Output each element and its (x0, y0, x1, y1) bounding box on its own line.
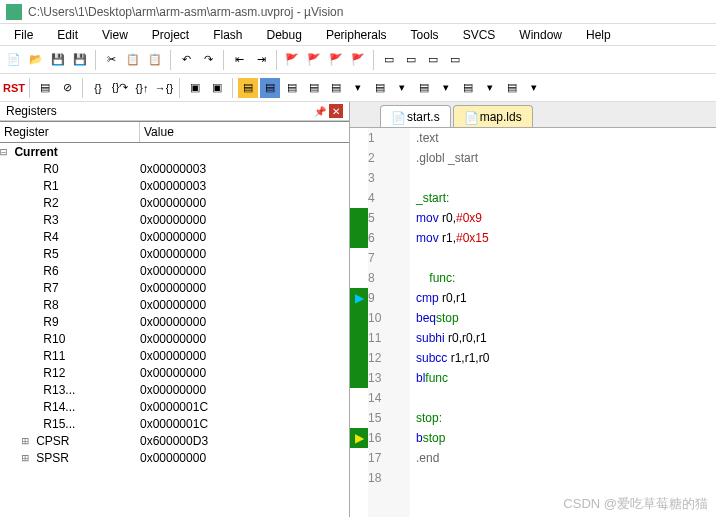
register-row[interactable]: R10x00000003 (0, 177, 349, 194)
register-row[interactable]: R60x00000000 (0, 262, 349, 279)
tb-icon[interactable]: ▭ (423, 50, 443, 70)
new-icon[interactable]: 📄 (4, 50, 24, 70)
dropdown-icon[interactable]: ▾ (436, 78, 456, 98)
menu-debug[interactable]: Debug (255, 26, 314, 44)
win-icon[interactable]: ▤ (326, 78, 346, 98)
register-row[interactable]: R120x00000000 (0, 364, 349, 381)
registers-panel: Registers 📌 ✕ Register Value ⊟ Current R… (0, 102, 350, 517)
register-row[interactable]: R15...0x0000001C (0, 415, 349, 432)
register-row[interactable]: R13...0x00000000 (0, 381, 349, 398)
win-icon[interactable]: ▤ (304, 78, 324, 98)
register-group[interactable]: ⊟ Current (0, 143, 349, 160)
bookmark-clear-icon[interactable]: 🚩 (348, 50, 368, 70)
win-icon[interactable]: ▤ (370, 78, 390, 98)
bookmark-icon[interactable]: 🚩 (282, 50, 302, 70)
runcursor-icon[interactable]: →{} (154, 78, 174, 98)
titlebar: C:\Users\1\Desktop\arm\arm-asm\arm-asm.u… (0, 0, 716, 24)
run-icon[interactable]: ▤ (35, 78, 55, 98)
window-title: C:\Users\1\Desktop\arm\arm-asm\arm-asm.u… (28, 5, 343, 19)
menu-edit[interactable]: Edit (45, 26, 90, 44)
close-icon[interactable]: ✕ (329, 104, 343, 118)
register-row[interactable]: R70x00000000 (0, 279, 349, 296)
menu-svcs[interactable]: SVCS (451, 26, 508, 44)
step-icon[interactable]: {} (88, 78, 108, 98)
register-row[interactable]: ⊞ CPSR0x600000D3 (0, 432, 349, 449)
win-icon[interactable]: ▤ (458, 78, 478, 98)
register-row[interactable]: R40x00000000 (0, 228, 349, 245)
menu-tools[interactable]: Tools (399, 26, 451, 44)
register-row[interactable]: R110x00000000 (0, 347, 349, 364)
bookmark-prev-icon[interactable]: 🚩 (304, 50, 324, 70)
code-editor[interactable]: ▶▶ 123456789101112131415161718 .text.glo… (350, 128, 716, 517)
pin-icon[interactable]: 📌 (313, 104, 327, 118)
register-row[interactable]: R30x00000000 (0, 211, 349, 228)
copy-icon[interactable]: 📋 (123, 50, 143, 70)
file-icon: 📄 (391, 111, 403, 123)
register-row[interactable]: ⊞ SPSR0x00000000 (0, 449, 349, 466)
tb-icon[interactable]: ▭ (445, 50, 465, 70)
register-row[interactable]: R50x00000000 (0, 245, 349, 262)
reset-icon[interactable]: RST (4, 78, 24, 98)
dropdown-icon[interactable]: ▾ (524, 78, 544, 98)
register-row[interactable]: R90x00000000 (0, 313, 349, 330)
register-row[interactable]: R80x00000000 (0, 296, 349, 313)
paste-icon[interactable]: 📋 (145, 50, 165, 70)
stepout-icon[interactable]: {}↑ (132, 78, 152, 98)
undo-icon[interactable]: ↶ (176, 50, 196, 70)
file-icon: 📄 (464, 111, 476, 123)
menu-peripherals[interactable]: Peripherals (314, 26, 399, 44)
win-icon[interactable]: ▤ (260, 78, 280, 98)
dropdown-icon[interactable]: ▾ (480, 78, 500, 98)
toolbar-1: 📄 📂 💾 💾 ✂ 📋 📋 ↶ ↷ ⇤ ⇥ 🚩 🚩 🚩 🚩 ▭ ▭ ▭ ▭ (0, 46, 716, 74)
redo-icon[interactable]: ↷ (198, 50, 218, 70)
dropdown-icon[interactable]: ▾ (348, 78, 368, 98)
win-icon[interactable]: ▤ (502, 78, 522, 98)
comment-icon[interactable]: ▭ (379, 50, 399, 70)
stepover-icon[interactable]: {}↷ (110, 78, 130, 98)
register-row[interactable]: R20x00000000 (0, 194, 349, 211)
open-icon[interactable]: 📂 (26, 50, 46, 70)
watermark: CSDN @爱吃草莓糖的猫 (563, 495, 708, 513)
menu-file[interactable]: File (2, 26, 45, 44)
register-row[interactable]: R00x00000003 (0, 160, 349, 177)
bookmark-next-icon[interactable]: 🚩 (326, 50, 346, 70)
menu-help[interactable]: Help (574, 26, 623, 44)
outdent-icon[interactable]: ⇥ (251, 50, 271, 70)
tab-map-lds[interactable]: 📄map.lds (453, 105, 533, 127)
registers-body[interactable]: ⊟ Current R00x00000003 R10x00000003 R20x… (0, 143, 349, 517)
registers-header: Register Value (0, 121, 349, 143)
register-row[interactable]: R14...0x0000001C (0, 398, 349, 415)
editor-tabs: 📄start.s📄map.lds (350, 102, 716, 128)
menu-project[interactable]: Project (140, 26, 201, 44)
indent-icon[interactable]: ⇤ (229, 50, 249, 70)
save-icon[interactable]: 💾 (48, 50, 68, 70)
toolbar-2: RST ▤ ⊘ {} {}↷ {}↑ →{} ▣ ▣ ▤ ▤ ▤ ▤ ▤ ▾ ▤… (0, 74, 716, 102)
panel-title: Registers (6, 104, 57, 118)
menu-window[interactable]: Window (507, 26, 574, 44)
stop-icon[interactable]: ⊘ (57, 78, 77, 98)
cut-icon[interactable]: ✂ (101, 50, 121, 70)
cmd-icon[interactable]: ▣ (185, 78, 205, 98)
col-register: Register (0, 122, 140, 142)
app-icon (6, 4, 22, 20)
register-row[interactable]: R100x00000000 (0, 330, 349, 347)
win-icon[interactable]: ▤ (238, 78, 258, 98)
win-icon[interactable]: ▤ (282, 78, 302, 98)
menu-flash[interactable]: Flash (201, 26, 254, 44)
uncomment-icon[interactable]: ▭ (401, 50, 421, 70)
menu-view[interactable]: View (90, 26, 140, 44)
saveall-icon[interactable]: 💾 (70, 50, 90, 70)
disasm-icon[interactable]: ▣ (207, 78, 227, 98)
win-icon[interactable]: ▤ (414, 78, 434, 98)
tab-start-s[interactable]: 📄start.s (380, 105, 451, 127)
col-value: Value (140, 122, 178, 142)
dropdown-icon[interactable]: ▾ (392, 78, 412, 98)
menubar: FileEditViewProjectFlashDebugPeripherals… (0, 24, 716, 46)
